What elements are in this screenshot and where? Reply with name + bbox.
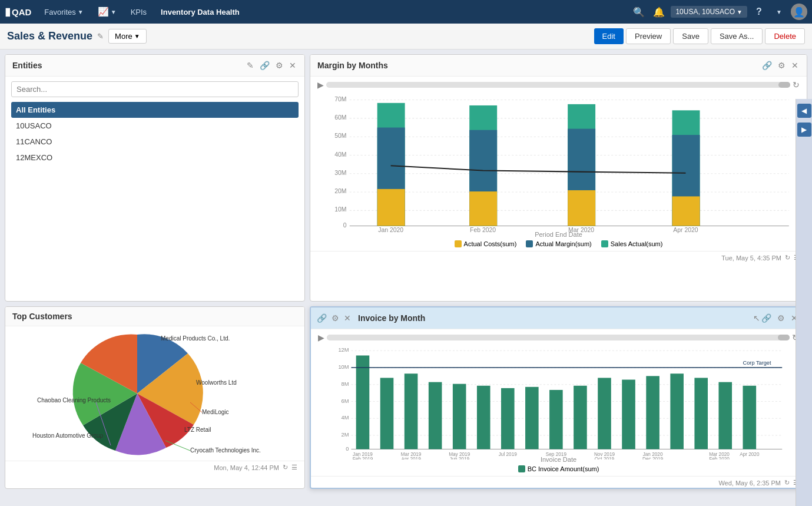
svg-rect-66 [501, 388, 515, 449]
svg-rect-68 [549, 390, 563, 449]
page-title: Sales & Revenue [7, 30, 92, 42]
nav-inventory-data-health[interactable]: Inventory Data Health [155, 5, 246, 19]
legend-costs: Actual Costs(sum) [455, 240, 517, 247]
link-panel-icon[interactable]: 🔗 [258, 59, 271, 71]
svg-text:Apr 2020: Apr 2020 [673, 227, 698, 233]
user-avatar[interactable]: 👤 [791, 4, 807, 20]
svg-text:50M: 50M [334, 133, 346, 139]
svg-rect-72 [646, 376, 659, 449]
chart-icon: 📈 [98, 6, 109, 17]
entity-item-10usaco[interactable]: 10USACO [11, 118, 299, 134]
invoice-close-icon-2[interactable]: ✕ [343, 312, 352, 324]
invoice-link-icon[interactable]: 🔗 [316, 312, 328, 324]
margin-chart-area: 70M 60M 50M 40M 30M 20M 10M 0 [310, 92, 807, 233]
title-edit-icon[interactable]: ✎ [97, 32, 104, 41]
margin-legend: Actual Costs(sum) Actual Margin(sum) Sal… [310, 238, 807, 251]
svg-rect-69 [574, 386, 587, 449]
legend-margin-dot [526, 240, 533, 247]
right-sidebar: ◀ ▶ [796, 99, 812, 506]
main-content: Entities ✎ 🔗 ⚙ ✕ All Entities 10USACO 11… [0, 49, 812, 506]
page-toolbar: Sales & Revenue ✎ More ▼ Edit Preview Sa… [0, 24, 812, 49]
more-button[interactable]: More ▼ [108, 29, 147, 44]
preview-button[interactable]: Preview [626, 28, 671, 44]
margin-scrollbar: ▶ ↻ [317, 80, 800, 90]
svg-text:12M: 12M [338, 347, 349, 353]
refresh-margin-icon[interactable]: ↻ [793, 80, 800, 90]
delete-button[interactable]: Delete [765, 28, 805, 44]
entity-item-all[interactable]: All Entities [11, 102, 299, 118]
invoice-chart-svg: 12M 10M 8M 6M 4M 2M 0 [318, 345, 799, 459]
scrollbar-track[interactable] [326, 82, 790, 88]
svg-rect-64 [453, 384, 466, 449]
invoice-scrollbar-thumb [778, 335, 790, 340]
legend-costs-dot [455, 240, 462, 247]
svg-text:Jan 2020: Jan 2020 [378, 227, 403, 233]
legend-margin: Actual Margin(sum) [526, 240, 591, 247]
svg-text:2M: 2M [342, 432, 349, 438]
customers-panel-title: Top Customers [12, 312, 297, 321]
svg-text:LTZ Retail: LTZ Retail [184, 426, 211, 433]
invoice-settings-icon[interactable]: ⚙ [330, 312, 340, 324]
refresh-icon[interactable]: ↻ [785, 254, 790, 262]
sidebar-collapse-btn[interactable]: ▶ [797, 123, 811, 137]
scrollbar-thumb [778, 82, 790, 88]
svg-rect-74 [694, 378, 708, 449]
save-as-button[interactable]: Save As... [711, 28, 763, 44]
svg-text:Feb 2019: Feb 2019 [353, 457, 373, 459]
invoice-timestamp-bar: Wed, May 6, 2:35 PM ↻ ☰ [311, 476, 806, 489]
invoice-scrollbar-track[interactable] [327, 335, 790, 340]
svg-rect-27 [672, 196, 700, 226]
svg-rect-21 [469, 191, 497, 226]
edit-panel-icon[interactable]: ✎ [246, 59, 255, 71]
svg-text:70M: 70M [334, 96, 346, 102]
svg-text:Chaobao Cleaning Products: Chaobao Cleaning Products [37, 397, 111, 404]
invoice-gear-icon[interactable]: ⚙ [776, 312, 786, 324]
svg-text:Corp Target: Corp Target [743, 360, 771, 366]
svg-rect-75 [718, 382, 732, 449]
invoice-link2-icon[interactable]: 🔗 [760, 312, 773, 324]
svg-text:Jul 2019: Jul 2019 [499, 452, 517, 457]
app-logo: ▮ QAD [5, 5, 31, 18]
invoice-scroll-icon[interactable]: ▶ [318, 333, 324, 342]
svg-text:Apr 2020: Apr 2020 [740, 452, 760, 457]
svg-rect-60 [356, 355, 370, 449]
entity-list: All Entities 10USACO 11CANCO 12MEXCO [5, 102, 304, 166]
sidebar-expand-btn[interactable]: ◀ [797, 104, 811, 118]
nav-kpis[interactable]: KPIs [125, 5, 153, 19]
invoice-refresh-icon[interactable]: ↻ [784, 479, 790, 487]
logo-text: QAD [12, 7, 31, 17]
close-margin-icon[interactable]: ✕ [790, 59, 800, 71]
edit-button[interactable]: Edit [594, 28, 624, 44]
nav-favorites[interactable]: Favorites ▼ [38, 5, 89, 19]
svg-rect-71 [622, 380, 635, 449]
svg-rect-61 [380, 378, 394, 449]
svg-rect-62 [405, 373, 418, 449]
svg-text:MediLogic: MediLogic [202, 409, 229, 415]
settings-panel-icon[interactable]: ⚙ [274, 59, 284, 71]
help-icon[interactable]: ? [751, 4, 767, 20]
customers-menu-icon[interactable]: ☰ [291, 464, 297, 471]
svg-text:Houston Automotive Group: Houston Automotive Group [32, 432, 104, 439]
svg-text:Cryocath Technologies Inc.: Cryocath Technologies Inc. [190, 447, 261, 454]
top-navigation: ▮ QAD Favorites ▼ 📈 ▼ KPIs Inventory Dat… [0, 0, 812, 24]
invoice-panel: 🔗 ⚙ ✕ Invoice by Month ↖ 🔗 ⚙ ✕ ▶ ↻ [310, 306, 807, 489]
notification-icon[interactable]: 🔔 [651, 4, 667, 20]
svg-text:Dec 2019: Dec 2019 [642, 457, 664, 459]
entity-item-11canco[interactable]: 11CANCO [11, 134, 299, 150]
settings-margin-icon[interactable]: ⚙ [777, 59, 787, 71]
nav-chart[interactable]: 📈 ▼ [92, 4, 122, 19]
link-margin-icon[interactable]: 🔗 [761, 59, 773, 71]
search-icon[interactable]: 🔍 [631, 4, 647, 20]
save-button[interactable]: Save [673, 28, 708, 44]
customers-refresh-icon[interactable]: ↻ [283, 464, 288, 471]
legend-sales: Sales Actual(sum) [601, 240, 663, 247]
svg-rect-63 [429, 382, 442, 449]
entity-item-12mexco[interactable]: 12MEXCO [11, 150, 299, 166]
toolbar-actions: Edit Preview Save Save As... Delete [594, 28, 805, 44]
entities-search-input[interactable] [11, 81, 299, 97]
close-panel-icon[interactable]: ✕ [288, 59, 297, 71]
scroll-left-icon[interactable]: ▶ [317, 80, 324, 90]
user-region-selector[interactable]: 10USA, 10USACO ▼ [671, 6, 747, 18]
margin-panel-header: Margin by Months 🔗 ⚙ ✕ [310, 55, 807, 77]
invoice-legend: BC Invoice Amount(sum) [311, 463, 806, 476]
